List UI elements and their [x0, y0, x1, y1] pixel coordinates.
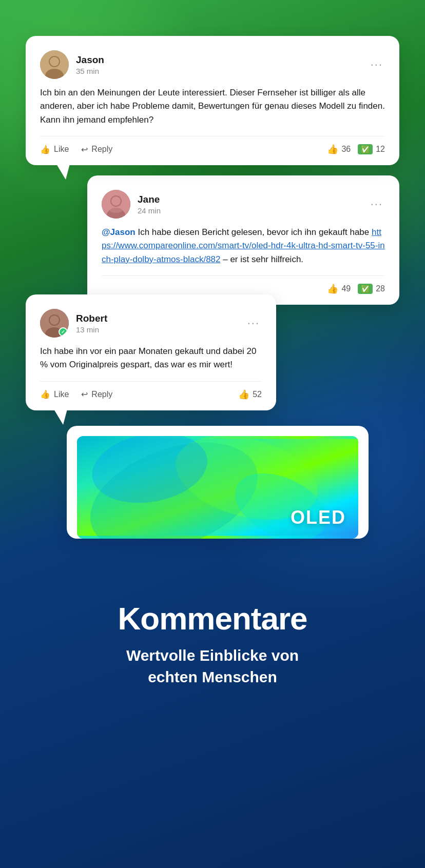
comment-user-jane: Jane 24 min [102, 190, 161, 219]
robert-likes-count: 👍 52 [238, 389, 262, 400]
jane-mention: @Jason [102, 227, 136, 237]
jason-checks-number: 12 [376, 145, 385, 154]
check-icon: ✅ [358, 144, 373, 154]
verified-badge-robert [59, 327, 68, 337]
jason-reply-button[interactable]: ↩ Reply [81, 145, 112, 154]
jason-reactions: 👍 36 ✅ 12 [327, 144, 385, 155]
thumb-up-icon: 👍 [327, 144, 338, 155]
robert-name: Robert [76, 313, 107, 324]
reply-icon: ↩ [81, 145, 88, 154]
jason-like-label: Like [54, 145, 69, 154]
comment-user-jason: Jason 35 min [40, 50, 104, 79]
avatar-robert [40, 309, 69, 338]
jane-checks-number: 28 [376, 284, 385, 293]
svg-point-12 [50, 315, 59, 325]
section-subtitle: Wertvolle Einblicke von echten Menschen [21, 645, 404, 688]
jason-more-button[interactable]: ··· [369, 58, 385, 71]
jane-comment-text: @Jason Ich habe diesen Bericht gelesen, … [102, 226, 385, 266]
robert-user-info: Robert 13 min [76, 313, 107, 334]
jason-actions-left: 👍 Like ↩ Reply [40, 145, 112, 154]
jane-user-info: Jane 24 min [138, 194, 161, 215]
svg-point-7 [111, 196, 121, 206]
avatar-jane [102, 190, 130, 219]
tv-image: OLED [77, 436, 358, 539]
subtitle-line1: Wertvolle Einblicke von [126, 647, 299, 664]
comment-user-robert: Robert 13 min [40, 309, 107, 338]
jason-likes-number: 36 [341, 145, 351, 154]
avatar-jason [40, 50, 69, 79]
jane-time: 24 min [138, 206, 161, 215]
svg-point-8 [110, 208, 122, 213]
robert-time: 13 min [76, 325, 107, 334]
comment-header-jason: Jason 35 min ··· [40, 50, 385, 79]
jason-likes-count: 👍 36 [327, 144, 351, 155]
jason-name: Jason [76, 54, 104, 66]
jason-user-info: Jason 35 min [76, 54, 104, 75]
reply-icon-robert: ↩ [81, 389, 88, 399]
svg-point-3 [50, 57, 59, 66]
like-icon: 👍 [40, 145, 50, 154]
jane-likes-number: 49 [341, 284, 351, 293]
comment-card-jason: Jason 35 min ··· Ich bin an den Meinunge… [26, 36, 399, 165]
jane-name: Jane [138, 194, 161, 205]
jason-reply-label: Reply [91, 145, 112, 154]
comment-card-jane: Jane 24 min ··· @Jason Ich habe diesen B… [87, 175, 399, 305]
comment-card-robert: Robert 13 min ··· Ich habe ihn vor ein p… [26, 294, 276, 410]
robert-reactions: 👍 52 [238, 389, 262, 400]
thumb-up-icon-robert: 👍 [238, 389, 249, 400]
jason-comment-text: Ich bin an den Meinungen der Leute inter… [40, 86, 385, 127]
robert-actions-left: 👍 Like ↩ Reply [40, 389, 112, 399]
oled-label: OLED [291, 507, 346, 528]
section-title: Kommentare [21, 600, 404, 637]
jason-time: 35 min [76, 67, 104, 75]
jason-checks-count: ✅ 12 [358, 144, 385, 154]
comment-header-robert: Robert 13 min ··· [40, 309, 262, 338]
robert-more-button[interactable]: ··· [245, 317, 262, 330]
robert-action-bar: 👍 Like ↩ Reply 👍 52 [40, 381, 262, 400]
jane-text-before: Ich habe diesen Bericht gelesen, bevor i… [136, 227, 372, 237]
jane-reactions: 👍 49 ✅ 28 [327, 283, 385, 294]
robert-like-button[interactable]: 👍 Like [40, 389, 69, 399]
robert-reply-button[interactable]: ↩ Reply [81, 389, 112, 399]
check-icon-jane: ✅ [358, 284, 373, 294]
thumb-up-icon-jane: 👍 [327, 283, 338, 294]
jason-action-bar: 👍 Like ↩ Reply 👍 36 ✅ 12 [40, 136, 385, 155]
jane-checks-count: ✅ 28 [358, 284, 385, 294]
jane-text-after: – er ist sehr hilfreich. [221, 254, 304, 264]
bottom-section: Kommentare Wertvolle Einblicke von echte… [0, 569, 425, 708]
subtitle-line2: echten Menschen [148, 668, 277, 685]
jane-action-bar: 👍 49 ✅ 28 [102, 275, 385, 294]
robert-reply-label: Reply [91, 390, 112, 399]
robert-comment-text: Ich habe ihn vor ein paar Monaten gekauf… [40, 345, 262, 372]
comment-header-jane: Jane 24 min ··· [102, 190, 385, 219]
jason-like-button[interactable]: 👍 Like [40, 145, 69, 154]
jane-likes-count: 👍 49 [327, 283, 351, 294]
comment-card-tv: OLED [67, 426, 369, 539]
robert-likes-number: 52 [253, 390, 262, 399]
like-icon-robert: 👍 [40, 389, 50, 399]
jane-more-button[interactable]: ··· [369, 198, 385, 211]
robert-like-label: Like [54, 390, 69, 399]
